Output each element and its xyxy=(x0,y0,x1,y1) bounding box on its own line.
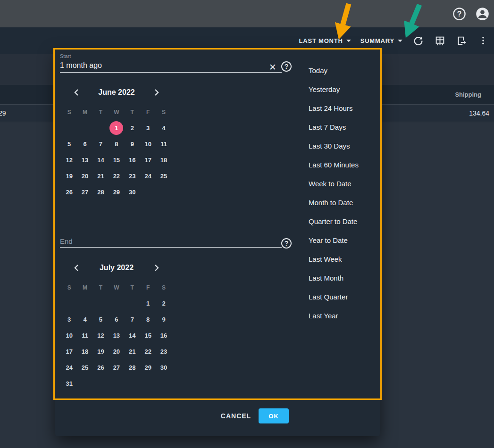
calendar-day[interactable]: 6 xyxy=(77,136,92,152)
calendar-day[interactable]: 8 xyxy=(140,311,156,327)
calendar-day[interactable]: 26 xyxy=(61,184,77,200)
preset-item[interactable]: Last 60 Minutes xyxy=(309,155,379,174)
calendar-day[interactable]: 13 xyxy=(109,327,124,343)
calendar-day[interactable]: 29 xyxy=(109,184,124,200)
preset-item[interactable]: Last 24 Hours xyxy=(309,99,379,117)
chevron-right-icon xyxy=(154,89,159,96)
calendar-day[interactable]: 13 xyxy=(77,152,92,168)
calendar-day[interactable]: 25 xyxy=(77,359,92,375)
preset-item[interactable]: Month to Date xyxy=(309,193,379,212)
calendar-day-empty xyxy=(140,375,156,391)
preset-item[interactable]: Last 30 Days xyxy=(309,136,379,155)
calendar-day[interactable]: 4 xyxy=(77,311,92,327)
calendar-day[interactable]: 27 xyxy=(109,359,124,375)
account-icon[interactable] xyxy=(476,7,489,21)
calendar-day[interactable]: 28 xyxy=(125,359,140,375)
calendar-day-empty xyxy=(93,295,109,311)
end-input-underline[interactable] xyxy=(60,238,282,248)
export-button[interactable] xyxy=(455,34,468,47)
calendar-day[interactable]: 19 xyxy=(93,343,109,359)
preset-item[interactable]: Quarter to Date xyxy=(309,212,379,231)
calendar-day[interactable]: 9 xyxy=(156,311,171,327)
help-icon[interactable]: ? xyxy=(452,7,466,21)
calendar-day[interactable]: 14 xyxy=(93,152,109,168)
clear-start-icon[interactable]: ✕ xyxy=(268,62,278,72)
calendar-day[interactable]: 24 xyxy=(61,359,77,375)
calendar-day[interactable]: 21 xyxy=(125,343,140,359)
more-options-button[interactable] xyxy=(477,34,489,47)
calendar-day[interactable]: 14 xyxy=(125,327,140,343)
preset-item[interactable]: Last Quarter xyxy=(309,287,379,306)
preset-item[interactable]: Last Month xyxy=(309,268,379,287)
calendar-day[interactable]: 15 xyxy=(109,152,124,168)
time-range-dropdown[interactable]: LAST MONTH xyxy=(299,37,351,44)
calendar-day[interactable]: 19 xyxy=(61,168,77,184)
preset-item[interactable]: Last 7 Days xyxy=(309,117,379,136)
calendar-day[interactable]: 22 xyxy=(140,343,156,359)
calendar-day[interactable]: 4 xyxy=(156,120,171,136)
calendar-day[interactable]: 3 xyxy=(61,311,77,327)
start-help-icon[interactable]: ? xyxy=(281,61,292,72)
calendar-day[interactable]: 18 xyxy=(156,152,171,168)
calendar-day[interactable]: 20 xyxy=(77,168,92,184)
calendar-day[interactable]: 30 xyxy=(156,359,171,375)
calendar-day[interactable]: 8 xyxy=(109,136,124,152)
calendar-day[interactable]: 1 xyxy=(140,295,156,311)
next-month-button[interactable] xyxy=(150,87,163,98)
calendar-day[interactable]: 17 xyxy=(140,152,156,168)
calendar-day[interactable]: 30 xyxy=(125,184,140,200)
calendar-day[interactable]: 7 xyxy=(93,136,109,152)
calendar-day[interactable]: 29 xyxy=(140,359,156,375)
column-header-shipping[interactable]: Shipping xyxy=(455,91,481,98)
calendar-day[interactable]: 27 xyxy=(77,184,92,200)
calendar-day-empty xyxy=(156,184,171,200)
calendar-day[interactable]: 2 xyxy=(156,295,171,311)
calendar-day[interactable]: 11 xyxy=(77,327,92,343)
calendar-day[interactable]: 7 xyxy=(125,311,140,327)
preset-item[interactable]: Last Week xyxy=(309,249,379,268)
table-view-button[interactable] xyxy=(434,34,446,47)
calendar-day[interactable]: 16 xyxy=(125,152,140,168)
ok-button[interactable]: OK xyxy=(259,408,289,423)
calendar-day[interactable]: 18 xyxy=(77,343,92,359)
next-month-button[interactable] xyxy=(150,262,163,274)
cancel-button[interactable]: CANCEL xyxy=(217,408,255,423)
preset-item[interactable]: Today xyxy=(309,61,379,80)
preset-item[interactable]: Week to Date xyxy=(309,174,379,193)
view-mode-dropdown[interactable]: SUMMARY xyxy=(360,37,402,44)
calendar-day[interactable]: 12 xyxy=(93,327,109,343)
start-input-underline[interactable] xyxy=(60,63,282,73)
preset-item[interactable]: Year to Date xyxy=(309,231,379,249)
calendar-day[interactable]: 5 xyxy=(61,136,77,152)
calendar-day[interactable]: 23 xyxy=(125,168,140,184)
calendar-day[interactable]: 28 xyxy=(93,184,109,200)
calendar-day[interactable]: 17 xyxy=(61,343,77,359)
calendar-day[interactable]: 10 xyxy=(140,136,156,152)
calendar-day[interactable]: 11 xyxy=(156,136,171,152)
calendar-day[interactable]: 15 xyxy=(140,327,156,343)
calendar-day[interactable]: 1 xyxy=(109,120,124,136)
calendar-day[interactable]: 12 xyxy=(61,152,77,168)
calendar-day-empty xyxy=(109,295,124,311)
calendar-day[interactable]: 2 xyxy=(125,120,140,136)
calendar-day[interactable]: 6 xyxy=(109,311,124,327)
calendar-day[interactable]: 26 xyxy=(93,359,109,375)
calendar-day[interactable]: 23 xyxy=(156,343,171,359)
refresh-button[interactable] xyxy=(412,34,424,47)
calendar-day[interactable]: 25 xyxy=(156,168,171,184)
start-field-label: Start xyxy=(60,53,71,59)
calendar-day[interactable]: 16 xyxy=(156,327,171,343)
preset-item[interactable]: Last Year xyxy=(309,306,379,325)
end-help-icon[interactable]: ? xyxy=(281,238,292,249)
calendar-day[interactable]: 31 xyxy=(61,375,77,391)
preset-item[interactable]: Yesterday xyxy=(309,80,379,99)
calendar-day[interactable]: 10 xyxy=(61,327,77,343)
calendar-day[interactable]: 9 xyxy=(125,136,140,152)
calendar-day[interactable]: 24 xyxy=(140,168,156,184)
calendar-day[interactable]: 3 xyxy=(140,120,156,136)
calendar-day[interactable]: 5 xyxy=(93,311,109,327)
export-icon xyxy=(457,36,467,46)
calendar-day[interactable]: 22 xyxy=(109,168,124,184)
calendar-day[interactable]: 21 xyxy=(93,168,109,184)
calendar-day[interactable]: 20 xyxy=(109,343,124,359)
